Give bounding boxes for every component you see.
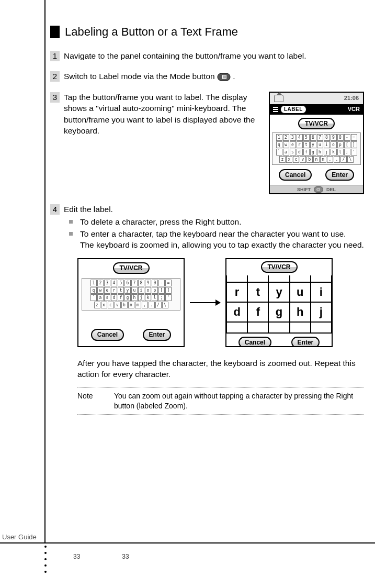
key: k xyxy=(331,149,337,156)
key: e xyxy=(104,287,110,294)
keyboard-row-2: q w e r t y u i o p [ ] xyxy=(274,141,359,148)
key: w xyxy=(283,141,289,148)
key: 6 xyxy=(310,134,316,141)
key: t xyxy=(247,282,269,303)
target-button-label: TV/VCR xyxy=(261,261,298,273)
key: 7 xyxy=(131,280,138,286)
arrow-icon xyxy=(190,302,220,303)
step-1: 1 Navigate to the panel containing the b… xyxy=(50,50,364,61)
key: u xyxy=(317,141,323,148)
footer-dots xyxy=(44,546,47,573)
key: r xyxy=(111,287,117,294)
step-text: Edit the label. xyxy=(64,204,364,215)
key: k xyxy=(145,294,151,301)
key: q xyxy=(276,141,282,148)
key: z xyxy=(94,302,100,308)
key xyxy=(226,321,248,333)
key: n xyxy=(128,302,134,308)
key: 3 xyxy=(104,280,110,286)
key: [ xyxy=(158,287,165,294)
bullet-item: To enter a character, tap the keyboard n… xyxy=(64,228,364,251)
zoomed-row-mid: d f g h j xyxy=(226,302,332,322)
key: ] xyxy=(351,141,357,148)
bullet-text: To enter a character, tap the keyboard n… xyxy=(80,228,364,251)
key: . xyxy=(149,302,155,308)
key: c xyxy=(293,156,299,163)
keyboard-row-1: 1 2 3 4 5 6 7 8 9 0 - = xyxy=(274,134,359,141)
enter-button: Enter xyxy=(325,169,354,181)
key: , xyxy=(327,156,333,163)
target-button-label: TV/VCR xyxy=(298,118,335,129)
key: ' xyxy=(351,149,357,156)
key: 9 xyxy=(331,134,337,141)
step-text: Tap the button/frame you want to label. … xyxy=(64,92,262,137)
key: e xyxy=(290,141,296,148)
key: 9 xyxy=(145,280,151,286)
mini-keyboard: 1234567890-= qwertyuiop[] `asdfghjkl;' z… xyxy=(82,278,180,310)
key: u xyxy=(289,282,311,303)
key: r xyxy=(226,282,248,303)
titlebar-left: LABEL xyxy=(273,105,306,114)
note-rule-top xyxy=(77,387,364,388)
key: f xyxy=(118,294,124,301)
key: t xyxy=(303,141,310,148)
key: ` xyxy=(90,294,97,301)
key: b xyxy=(121,302,128,308)
step-number: 4 xyxy=(50,204,60,215)
key: ` xyxy=(276,149,282,156)
key: y xyxy=(124,287,131,294)
key: l xyxy=(337,149,344,156)
key: 6 xyxy=(124,280,131,286)
content-area: Labeling a Button or a Text Frame 1 Navi… xyxy=(50,25,364,417)
keyboard-row-3: ` a s d f g h j k l ; ' xyxy=(274,149,359,156)
key: / xyxy=(340,156,347,163)
step-number: 3 xyxy=(50,92,60,103)
key xyxy=(310,321,332,333)
key: b xyxy=(306,156,313,163)
key xyxy=(289,321,311,333)
device-buttons: Cancel Enter xyxy=(82,329,180,343)
note: Note You can zoom out again without tapp… xyxy=(77,391,364,412)
key: 3 xyxy=(290,134,296,141)
key: [ xyxy=(344,141,350,148)
zoom-after-figure: TV/VCR r t y u i xyxy=(225,258,333,347)
key: y xyxy=(268,282,290,303)
footer-guide-label: User Guide xyxy=(2,533,37,541)
key: 8 xyxy=(324,134,330,141)
key: p xyxy=(337,141,344,148)
key: = xyxy=(165,280,172,286)
zoomed-row-partial-bottom xyxy=(226,322,332,332)
key: m xyxy=(135,302,141,308)
keyboard-row-2: qwertyuiop[] xyxy=(83,287,179,294)
del-label: DEL xyxy=(326,186,336,193)
bullet-marker xyxy=(69,220,73,224)
step-text-after: . xyxy=(233,72,235,81)
key: 2 xyxy=(283,134,289,141)
keyboard-row-4: zxcvbnm,./\ xyxy=(83,302,179,308)
key: w xyxy=(97,287,104,294)
key: g xyxy=(268,302,290,323)
bullet-text: To delete a character, press the Right b… xyxy=(80,216,364,227)
note-body: You can zoom out again without tapping a… xyxy=(114,391,364,412)
key: d xyxy=(111,294,117,301)
key: u xyxy=(131,287,138,294)
zoomed-row-top: r t y u i xyxy=(226,282,332,302)
key: m xyxy=(320,156,326,163)
key: c xyxy=(108,302,114,308)
device-buttons: Cancel Enter xyxy=(272,169,361,183)
key xyxy=(268,321,290,333)
step-4-body: Edit the label. To delete a character, p… xyxy=(64,204,364,415)
key: - xyxy=(158,280,165,286)
mode-button-icon xyxy=(217,73,231,81)
key: / xyxy=(155,302,162,308)
key: i xyxy=(324,141,330,148)
key: ] xyxy=(165,287,172,294)
device-buttons: Cancel Enter xyxy=(226,332,332,347)
key: x xyxy=(101,302,107,308)
key: x xyxy=(286,156,292,163)
vertical-rule xyxy=(44,0,46,543)
section-heading: Labeling a Button or a Text Frame xyxy=(65,25,238,39)
key: = xyxy=(351,134,357,141)
device-footer: SHIFT ▭ DEL xyxy=(270,185,363,193)
heading-row: Labeling a Button or a Text Frame xyxy=(50,25,364,39)
